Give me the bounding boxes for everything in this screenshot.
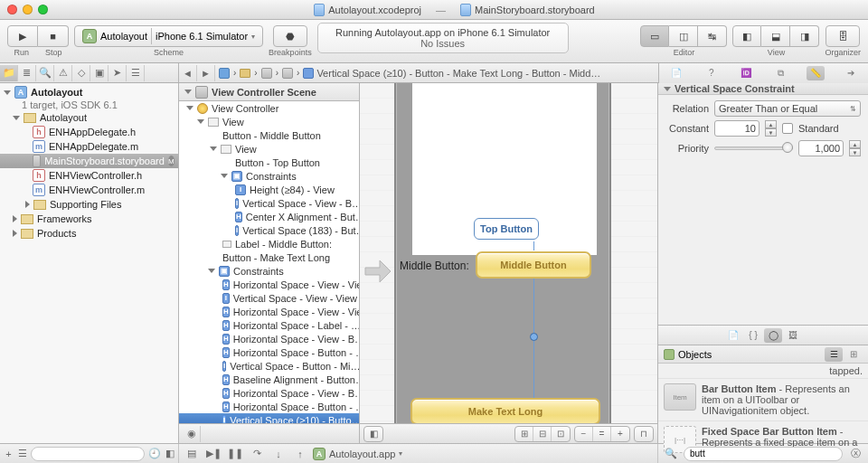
outline-constraint-item[interactable]: IVertical Space - View - View	[179, 291, 359, 305]
organizer-button[interactable]: 🗄	[826, 25, 860, 47]
inspector-section-header[interactable]: Vertical Space Constraint	[675, 83, 795, 94]
group-products[interactable]: Products	[0, 226, 178, 241]
breakpoints-button[interactable]: ⬣	[273, 25, 307, 47]
lib-item-barbutton[interactable]: Item Bar Button Item - Represents an ite…	[658, 379, 868, 421]
nav-tab-debug[interactable]: ▣	[90, 65, 108, 81]
outline-constraints-inner[interactable]: ▣Constraints	[179, 169, 359, 183]
outline-label-mb[interactable]: Label - Middle Button:	[179, 237, 359, 250]
inspector-tab-attributes[interactable]: ⧉	[772, 66, 790, 80]
assistant-editor-button[interactable]: ◫	[669, 25, 698, 47]
standard-editor-button[interactable]: ▭	[640, 25, 669, 47]
lib-tab-code[interactable]: { }	[744, 328, 762, 343]
nav-scm-button[interactable]: ◧	[165, 446, 175, 462]
inspector-tab-size[interactable]: 📏	[807, 66, 825, 80]
run-button[interactable]: ▶	[7, 25, 38, 47]
standard-checkbox[interactable]	[782, 123, 793, 134]
group-supporting[interactable]: Supporting Files	[0, 197, 178, 212]
file-appdelegate-h[interactable]: hENHAppDelegate.h	[0, 125, 178, 139]
outline-constraint-item[interactable]: HHorizontal Space - View - View	[179, 278, 359, 291]
close-window-button[interactable]	[7, 5, 17, 14]
group-frameworks[interactable]: Frameworks	[0, 212, 178, 226]
outline-constraint-item[interactable]: IVertical Space (≥10) - Butto…	[179, 413, 359, 423]
lib-tab-media[interactable]: 🖼	[784, 328, 802, 343]
outline-constraint-item[interactable]: HHorizontal Space - View - B…	[179, 386, 359, 400]
outline-c-vs-vb[interactable]: IVertical Space - View - B…	[179, 196, 359, 210]
outline-c-height[interactable]: IHeight (≥84) - View	[179, 183, 359, 196]
outline-vc[interactable]: View Controller	[179, 101, 359, 115]
constant-field[interactable]: 10	[714, 120, 760, 137]
nav-tab-issue[interactable]: ⚠	[54, 65, 72, 81]
jump-back-button[interactable]: ◄	[179, 65, 197, 81]
scheme-selector[interactable]: A Autolayout iPhone 6.1 Simulator ▾	[74, 25, 263, 47]
toggle-utilities-button[interactable]: ◨	[790, 25, 819, 47]
file-storyboard[interactable]: MainStoryboard.storyboardM	[0, 154, 178, 168]
debug-stepout-button[interactable]: ↑	[291, 446, 309, 462]
lib-view-grid[interactable]: ⊞	[844, 347, 863, 362]
lib-filter-clear[interactable]: ⓧ	[846, 446, 864, 462]
inspector-tab-file[interactable]: 📄	[667, 66, 685, 80]
lib-view-list[interactable]: ☰	[825, 347, 843, 362]
debug-toggle-button[interactable]: ▤	[183, 446, 201, 462]
pin-menu[interactable]: ⊓	[634, 426, 654, 442]
relation-combo[interactable]: Greater Than or Equal⇅	[714, 100, 861, 117]
inspector-tab-connections[interactable]: ➔	[842, 66, 860, 80]
toggle-navigator-button[interactable]: ◧	[732, 25, 761, 47]
top-button[interactable]: Top Button	[474, 218, 539, 240]
group-autolayout[interactable]: Autolayout	[0, 110, 178, 125]
file-vc-h[interactable]: hENHViewController.h	[0, 168, 178, 183]
file-vc-m[interactable]: mENHViewController.m	[0, 183, 178, 197]
priority-stepper[interactable]: ▲▼	[849, 140, 861, 156]
make-text-long-button[interactable]: Make Text Long	[410, 398, 600, 425]
nav-add-button[interactable]: +	[4, 446, 14, 462]
nav-tab-test[interactable]: ◇	[72, 65, 90, 81]
minimize-window-button[interactable]	[23, 5, 33, 14]
nav-tab-breakpoint[interactable]: ➤	[108, 65, 127, 81]
toggle-debug-button[interactable]: ⬓	[761, 25, 790, 47]
priority-field[interactable]: 1,000	[798, 140, 844, 156]
outline-constraint-item[interactable]: HHorizontal Space - Label - …	[179, 318, 359, 332]
nav-tab-project[interactable]: 📁	[0, 65, 18, 81]
nav-tab-symbol[interactable]: ≣	[18, 65, 36, 81]
outline-constraint-item[interactable]: HHorizontal Space - Button - …	[179, 400, 359, 413]
debug-continue-button[interactable]: ▶❚	[204, 446, 222, 462]
inner-view[interactable]: Top Button	[412, 83, 597, 255]
outline-constraint-item[interactable]: HHorizontal Space - Button - …	[179, 345, 359, 359]
inspector-tab-identity[interactable]: 🆔	[737, 66, 755, 80]
jump-forward-button[interactable]: ►	[197, 65, 215, 81]
outline-btn-tb[interactable]: Button - Top Button	[179, 156, 359, 169]
library-filter-input[interactable]	[684, 447, 843, 461]
project-root[interactable]: AAutolayout	[0, 85, 178, 99]
outline-constraint-item[interactable]: HHorizontal Space - View - View	[179, 305, 359, 318]
nav-tab-search[interactable]: 🔍	[36, 65, 54, 81]
outline-toggle[interactable]: ◧	[363, 426, 383, 442]
inspector-tab-help[interactable]: ?	[703, 66, 721, 80]
zoom-window-button[interactable]	[38, 5, 48, 14]
debug-stepover-button[interactable]: ↷	[248, 446, 266, 462]
jump-bar[interactable]: › › › › Vertical Space (≥10) - Button - …	[215, 63, 658, 82]
nav-action-button[interactable]: ☰	[17, 446, 27, 462]
stop-button[interactable]: ■	[38, 25, 69, 47]
outline-btn-mtl[interactable]: Button - Make Text Long	[179, 250, 359, 264]
lib-tab-object[interactable]: ◯	[764, 328, 782, 343]
zoom-controls[interactable]: −=+	[574, 426, 630, 442]
nav-filter-input[interactable]	[31, 447, 145, 461]
middle-button[interactable]: Middle Button	[476, 251, 591, 279]
outline-c-vs183[interactable]: IVertical Space (183) - But…	[179, 223, 359, 237]
align-menu[interactable]: ⊞⊟⊡	[514, 426, 571, 442]
constraint-handle[interactable]	[530, 333, 538, 341]
outline-constraint-item[interactable]: IVertical Space - Button - Mi…	[179, 359, 359, 373]
outline-constraint-item[interactable]: HHorizontal Space - View - B…	[179, 332, 359, 345]
outline-filter-button[interactable]: ◉	[183, 426, 201, 442]
outline-c-cx[interactable]: HCenter X Alignment - But…	[179, 210, 359, 223]
nav-recent-button[interactable]: 🕘	[148, 446, 161, 462]
lib-tab-file[interactable]: 📄	[724, 328, 742, 343]
version-editor-button[interactable]: ↹	[698, 25, 727, 47]
outline-view-inner[interactable]: View	[179, 142, 359, 156]
debug-pause-button[interactable]: ❚❚	[226, 446, 244, 462]
outline-btn-mb[interactable]: Button - Middle Button	[179, 128, 359, 142]
nav-tab-log[interactable]: ☰	[127, 65, 145, 81]
debug-stepin-button[interactable]: ↓	[269, 446, 288, 462]
priority-slider[interactable]	[714, 142, 793, 155]
outline-constraint-item[interactable]: HBaseline Alignment - Button…	[179, 373, 359, 386]
outline-constraints-root[interactable]: ▣Constraints	[179, 264, 359, 278]
